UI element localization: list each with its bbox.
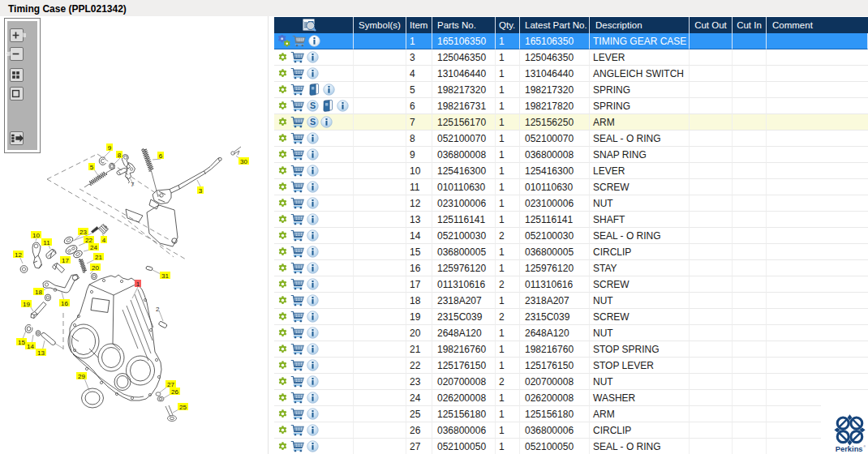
svg-text:26: 26 <box>171 388 178 396</box>
svg-text:31: 31 <box>161 272 169 280</box>
svg-text:27: 27 <box>167 381 174 388</box>
svg-text:22: 22 <box>85 237 92 244</box>
svg-text:19: 19 <box>23 301 30 308</box>
svg-text:9: 9 <box>108 144 112 152</box>
svg-text:18: 18 <box>35 289 42 296</box>
svg-text:10: 10 <box>32 232 40 239</box>
svg-text:7: 7 <box>131 181 135 188</box>
svg-text:21: 21 <box>95 254 102 261</box>
svg-text:24: 24 <box>90 244 97 251</box>
svg-text:15: 15 <box>18 339 25 346</box>
svg-text:17: 17 <box>62 257 69 264</box>
svg-text:23: 23 <box>79 229 87 236</box>
svg-text:5: 5 <box>90 164 94 171</box>
svg-text:2: 2 <box>156 306 160 313</box>
svg-text:1: 1 <box>136 281 140 288</box>
svg-text:3: 3 <box>199 187 203 195</box>
svg-text:6: 6 <box>159 152 163 160</box>
svg-text:25: 25 <box>179 404 187 411</box>
svg-text:®: ® <box>864 445 866 448</box>
svg-text:S: S <box>310 117 316 126</box>
svg-text:14: 14 <box>27 343 34 350</box>
svg-text:16: 16 <box>61 300 68 307</box>
svg-text:20: 20 <box>92 264 99 272</box>
svg-text:12: 12 <box>15 251 22 259</box>
svg-text:8: 8 <box>118 152 122 159</box>
svg-text:S: S <box>310 101 316 110</box>
svg-text:Perkins: Perkins <box>836 445 863 453</box>
svg-text:29: 29 <box>78 373 85 380</box>
svg-text:11: 11 <box>43 239 50 246</box>
svg-text:4: 4 <box>102 237 106 244</box>
svg-text:30: 30 <box>240 158 247 165</box>
svg-text:13: 13 <box>37 349 45 357</box>
